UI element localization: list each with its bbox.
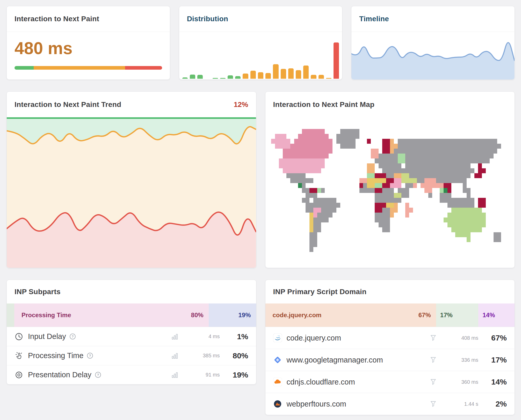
- subparts-row[interactable]: Presentation Delay?91 ms19%: [7, 365, 256, 384]
- distribution-bar[interactable]: [235, 76, 241, 79]
- map-ocean-cell: [367, 124, 371, 129]
- funnel-icon[interactable]: [430, 400, 437, 408]
- timeline-chart[interactable]: [351, 32, 515, 79]
- distribution-bar[interactable]: [281, 69, 286, 79]
- map-ocean-cell: [478, 178, 482, 183]
- funnel-icon[interactable]: [430, 334, 437, 342]
- map-ocean-cell: [352, 203, 356, 208]
- distribution-bar[interactable]: [258, 72, 263, 79]
- map-ocean-cell: [294, 129, 298, 134]
- map-ocean-cell: [459, 183, 463, 188]
- distribution-bar[interactable]: [319, 75, 324, 79]
- map-ocean-cell: [279, 193, 283, 198]
- map-ocean-cell: [371, 144, 375, 149]
- distribution-bar[interactable]: [182, 77, 188, 79]
- funnel-icon[interactable]: [430, 378, 437, 386]
- distribution-title-link[interactable]: Distribution: [187, 15, 228, 23]
- distribution-bar[interactable]: [190, 75, 195, 79]
- domains-row[interactable]: cdnjs.cloudflare.com360 ms14%: [265, 371, 515, 393]
- domains-row[interactable]: webperftours.com1.44 s2%: [265, 393, 515, 415]
- distribution-bar[interactable]: [326, 78, 331, 79]
- map-ocean-cell: [494, 188, 497, 193]
- map-ocean-cell: [294, 222, 298, 227]
- mini-bars-icon[interactable]: [171, 333, 178, 340]
- map-ocean-cell: [271, 168, 275, 173]
- map-country-cell: [455, 149, 459, 154]
- distribution-bar[interactable]: [334, 42, 339, 79]
- map-country-cell: [382, 203, 386, 208]
- map-ocean-cell: [321, 222, 325, 227]
- map-country-cell: [467, 227, 471, 232]
- map-country-cell: [409, 154, 413, 158]
- map-ocean-cell: [271, 183, 275, 188]
- map-ocean-cell: [405, 232, 409, 237]
- map-country-cell: [298, 163, 302, 168]
- map-ocean-cell: [509, 168, 513, 173]
- distribution-bar[interactable]: [228, 75, 233, 79]
- map-ocean-cell: [474, 247, 478, 252]
- help-icon[interactable]: ?: [69, 333, 76, 340]
- map-ocean-cell: [267, 213, 271, 218]
- timeline-title-link[interactable]: Timeline: [359, 15, 389, 23]
- domains-row[interactable]: www.googletagmanager.com336 ms17%: [265, 349, 515, 371]
- map-ocean-cell: [432, 203, 436, 208]
- map-country-cell: [409, 178, 413, 183]
- map-country-cell: [424, 154, 428, 158]
- subparts-row[interactable]: Processing Time?385 ms80%: [7, 346, 256, 365]
- map-country-cell: [424, 188, 428, 193]
- distribution-bar[interactable]: [265, 73, 271, 79]
- subparts-card: INP Subparts Processing Time80%19% Input…: [6, 280, 256, 385]
- map-ocean-cell: [290, 213, 294, 218]
- map-ocean-cell: [275, 129, 279, 134]
- map-ocean-cell: [294, 218, 298, 222]
- distribution-bar[interactable]: [296, 70, 301, 79]
- map-ocean-cell: [363, 218, 367, 222]
- map-ocean-cell: [501, 173, 505, 178]
- map-ocean-cell: [352, 178, 356, 183]
- map-ocean-cell: [482, 178, 486, 183]
- distribution-bar[interactable]: [243, 74, 248, 79]
- domains-row[interactable]: code.jquery.com408 ms67%: [265, 327, 515, 349]
- distribution-bar[interactable]: [273, 64, 278, 79]
- subparts-row[interactable]: Input Delay?4 ms1%: [7, 327, 256, 346]
- map-ocean-cell: [505, 222, 509, 227]
- map-ocean-cell: [490, 218, 494, 222]
- distribution-histogram[interactable]: [179, 32, 342, 79]
- map-ocean-cell: [332, 232, 336, 237]
- map-country-cell: [386, 149, 390, 154]
- map-ocean-cell: [356, 124, 359, 129]
- map-ocean-cell: [379, 129, 382, 134]
- map-ocean-cell: [394, 232, 398, 237]
- map-ocean-cell: [340, 178, 344, 183]
- map-ocean-cell: [317, 237, 321, 242]
- distribution-bar[interactable]: [303, 66, 309, 79]
- map-ocean-cell: [356, 193, 359, 198]
- distribution-bar[interactable]: [213, 78, 218, 79]
- map-ocean-cell: [490, 232, 494, 237]
- help-icon[interactable]: ?: [86, 352, 93, 359]
- map-ocean-cell: [494, 193, 497, 198]
- map-ocean-cell: [490, 242, 494, 247]
- distribution-bar[interactable]: [250, 71, 256, 79]
- trend-chart[interactable]: [7, 117, 256, 268]
- mini-bars-icon[interactable]: [171, 371, 178, 379]
- map-country-cell: [286, 168, 290, 173]
- map-ocean-cell: [394, 227, 398, 232]
- map-country-cell: [325, 134, 329, 139]
- map-ocean-cell: [509, 242, 513, 247]
- funnel-icon[interactable]: [430, 356, 437, 364]
- map-ocean-cell: [486, 247, 490, 252]
- map-country-cell: [440, 198, 444, 203]
- map-ocean-cell: [509, 247, 513, 252]
- map-ocean-cell: [432, 222, 436, 227]
- mini-bars-icon[interactable]: [171, 352, 178, 359]
- map-ocean-cell: [332, 183, 336, 188]
- map-ocean-cell: [348, 158, 352, 163]
- help-icon[interactable]: ?: [95, 371, 102, 378]
- map-country-cell: [455, 227, 459, 232]
- distribution-bar[interactable]: [311, 75, 316, 79]
- distribution-bar[interactable]: [288, 68, 294, 79]
- world-map[interactable]: [265, 117, 515, 268]
- distribution-bar[interactable]: [220, 78, 226, 79]
- distribution-bar[interactable]: [197, 75, 203, 79]
